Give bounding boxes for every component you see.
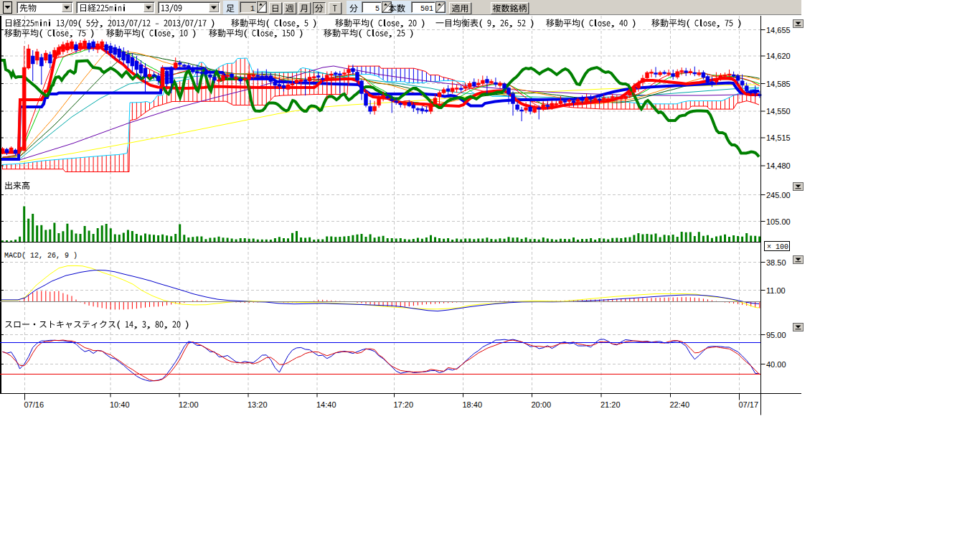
svg-text:14,655: 14,655 [766,26,791,34]
svg-text:MACD( 12, 26, 9 ): MACD( 12, 26, 9 ) [4,252,77,260]
svg-text:14,550: 14,550 [766,107,791,116]
svg-text:245.00: 245.00 [766,191,791,199]
svg-text:14:40: 14:40 [316,400,336,409]
svg-text:501: 501 [420,5,433,13]
svg-text:07/17: 07/17 [739,400,759,409]
svg-text:14,585: 14,585 [766,80,791,88]
svg-text:40.00: 40.00 [766,360,786,369]
svg-text:18:40: 18:40 [463,400,483,409]
svg-text:× 100: × 100 [767,243,788,251]
svg-text:20:00: 20:00 [532,400,552,409]
svg-text:07/16: 07/16 [24,400,44,409]
svg-text:5: 5 [375,5,380,13]
svg-text:95.00: 95.00 [766,331,786,339]
svg-text:105.00: 105.00 [766,217,791,226]
svg-text:38.50: 38.50 [766,258,786,267]
svg-text:17:20: 17:20 [394,400,414,409]
svg-text:1: 1 [250,5,255,13]
svg-text:14,480: 14,480 [766,161,791,170]
svg-text:10:40: 10:40 [110,400,130,409]
svg-text:14,620: 14,620 [766,52,791,60]
svg-text:11.00: 11.00 [766,286,786,295]
svg-text:14,515: 14,515 [766,133,791,142]
svg-text:22:40: 22:40 [670,400,690,409]
svg-text:21:20: 21:20 [600,400,621,409]
svg-text:13:20: 13:20 [248,400,268,409]
svg-text:12:00: 12:00 [179,400,199,409]
